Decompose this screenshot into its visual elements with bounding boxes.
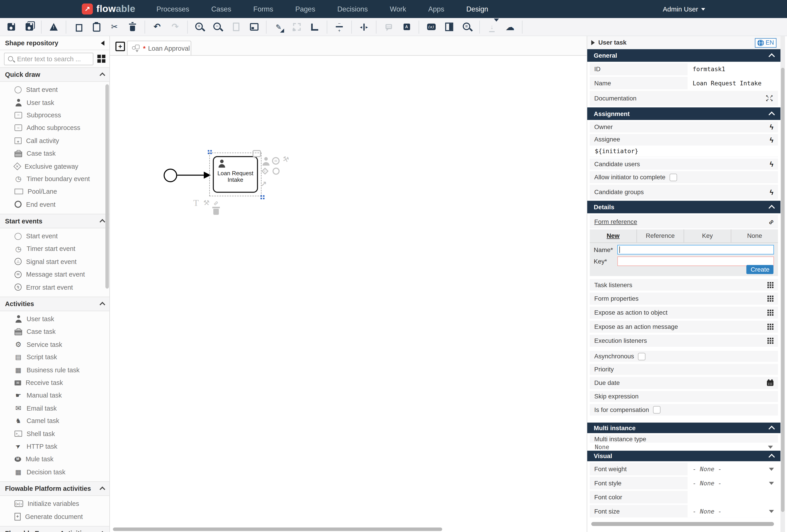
name-field[interactable]: Loan Request Intake — [688, 77, 778, 89]
shape-item[interactable]: Pool/Lane — [0, 185, 109, 198]
expression-bolt-icon[interactable] — [770, 136, 773, 144]
wrench-icon[interactable] — [281, 154, 290, 164]
candidate-groups-row[interactable]: Candidate groups — [590, 185, 778, 199]
select-area-button[interactable] — [289, 20, 304, 33]
assignee-field[interactable]: ${initiator} — [590, 146, 778, 156]
section-header[interactable]: Start events — [0, 214, 109, 228]
edit-bendpoints-button[interactable] — [271, 20, 286, 33]
sequence-flow[interactable] — [177, 174, 204, 175]
translations-button[interactable] — [399, 20, 414, 33]
save-as-button[interactable] — [22, 20, 37, 33]
section-header[interactable]: Quick draw — [0, 67, 109, 82]
shape-item[interactable]: Receive task — [0, 376, 109, 389]
nav-item[interactable]: Work — [390, 5, 406, 13]
tab-loan-approval[interactable]: * Loan Approval — [127, 41, 191, 55]
shape-item[interactable]: Timer boundary event — [0, 172, 109, 185]
documentation-row[interactable]: Documentation — [590, 91, 778, 106]
shape-item[interactable]: Mule task — [0, 453, 109, 466]
multi-instance-type-select[interactable]: None — [590, 443, 778, 451]
zoom-out-button[interactable] — [210, 20, 226, 33]
end-event-icon[interactable] — [273, 168, 279, 174]
shape-item[interactable]: Error start event — [0, 281, 109, 294]
expression-bolt-icon[interactable] — [770, 188, 773, 196]
font-style-select[interactable]: - None - — [688, 477, 778, 489]
language-button[interactable]: EN — [755, 38, 777, 47]
expose-action-message-row[interactable]: Expose as an action message — [590, 321, 778, 333]
nav-item[interactable]: Cases — [211, 5, 231, 13]
user-task-node[interactable]: Loan Request Intake — [213, 156, 258, 193]
grid-icon[interactable] — [767, 296, 773, 302]
form-tab[interactable]: None — [731, 229, 778, 242]
link-icon[interactable] — [766, 217, 775, 226]
shape-item[interactable]: Decision task — [0, 466, 109, 478]
shape-search-input[interactable] — [16, 55, 83, 63]
shape-item[interactable]: Business rule task — [0, 363, 109, 376]
allow-initiator-checkbox[interactable] — [669, 173, 677, 181]
user-task-icon[interactable] — [261, 157, 270, 166]
delete-button[interactable] — [125, 20, 140, 33]
comment-bubble-icon[interactable] — [253, 150, 261, 157]
shape-item[interactable]: User task — [0, 313, 109, 325]
nav-item[interactable]: Pages — [295, 5, 315, 13]
grid-view-icon[interactable] — [97, 55, 105, 63]
nav-item[interactable]: Decisions — [337, 5, 368, 13]
copy-button[interactable] — [71, 20, 86, 33]
actual-size-button[interactable] — [228, 20, 243, 33]
start-event-node[interactable] — [164, 169, 177, 182]
form-tab[interactable]: New — [590, 229, 637, 242]
font-weight-select[interactable]: - None - — [688, 463, 778, 475]
user-menu[interactable]: Admin User — [663, 5, 705, 13]
properties-scrollbar[interactable] — [781, 68, 785, 512]
resize-handle[interactable] — [260, 195, 262, 197]
search-model-button[interactable] — [460, 20, 475, 33]
calendar-icon[interactable] — [767, 380, 773, 386]
font-color-field[interactable] — [688, 491, 778, 504]
shape-item[interactable]: Case task — [0, 147, 109, 160]
section-general[interactable]: General — [587, 49, 781, 62]
form-reference-label[interactable]: Form reference — [594, 218, 637, 225]
shape-item[interactable]: Call activity — [0, 134, 109, 147]
distribute-horizontal-button[interactable] — [356, 20, 371, 33]
align-left-button[interactable] — [307, 20, 322, 33]
shape-item[interactable]: Timer start event — [0, 242, 109, 255]
expression-bolt-icon[interactable] — [770, 160, 773, 168]
expression-bolt-icon[interactable] — [770, 123, 773, 131]
sidebar-scrollbar[interactable] — [105, 84, 109, 289]
shape-item[interactable]: Generate document — [0, 510, 109, 523]
section-header[interactable]: Activities — [0, 297, 109, 311]
shape-item[interactable]: Service task — [0, 338, 109, 351]
nav-item[interactable]: Forms — [253, 5, 273, 13]
validate-button[interactable] — [46, 20, 61, 33]
form-properties-row[interactable]: Form properties — [590, 293, 778, 304]
flowable-logo[interactable]: flowable — [82, 4, 135, 15]
grid-icon[interactable] — [767, 282, 773, 288]
expand-icon[interactable] — [766, 95, 773, 102]
expressions-button[interactable] — [424, 20, 439, 33]
text-icon[interactable] — [193, 198, 199, 208]
new-tab-button[interactable] — [115, 42, 125, 51]
shape-item[interactable]: Adhoc subprocess — [0, 122, 109, 134]
id-field[interactable]: formtask1 — [688, 63, 778, 75]
form-name-input[interactable] — [617, 245, 774, 254]
download-button[interactable] — [484, 20, 499, 33]
shape-item[interactable]: HTTP task — [0, 440, 109, 453]
grid-icon[interactable] — [767, 338, 773, 344]
shape-item[interactable]: Shell task — [0, 427, 109, 440]
sequence-flow-icon[interactable] — [260, 180, 267, 189]
section-assignment[interactable]: Assignment — [587, 107, 781, 120]
shape-item[interactable]: Message start event — [0, 268, 109, 281]
create-button[interactable]: Create — [747, 265, 773, 274]
candidate-users-row[interactable]: Candidate users — [590, 158, 778, 170]
collapse-left-icon[interactable] — [101, 40, 105, 45]
save-button[interactable] — [4, 20, 19, 33]
properties-horizontal-scrollbar[interactable] — [591, 522, 774, 526]
font-size-select[interactable]: - None - — [688, 505, 778, 517]
section-header[interactable]: Flowable Engage Activities — [0, 526, 109, 532]
trash-icon[interactable] — [213, 209, 219, 215]
shape-item[interactable]: Exclusive gateway — [0, 160, 109, 172]
collapse-right-icon[interactable] — [591, 40, 595, 45]
shape-item[interactable]: Signal start event — [0, 255, 109, 268]
compensation-checkbox[interactable] — [653, 406, 660, 413]
compare-models-button[interactable] — [442, 20, 457, 33]
asynchronous-checkbox[interactable] — [638, 353, 645, 360]
